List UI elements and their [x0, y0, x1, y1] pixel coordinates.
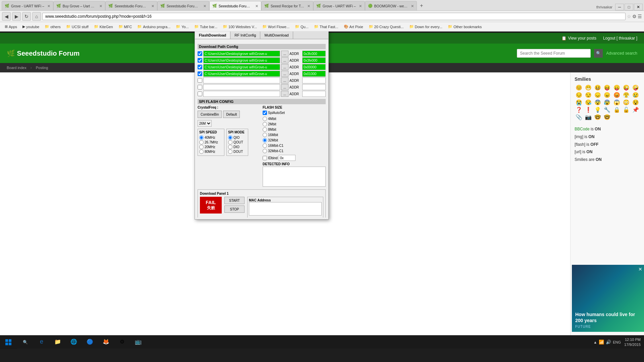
forward-button[interactable]: ▶: [12, 12, 21, 21]
flash-tab-rf[interactable]: RF InitConfig: [230, 32, 260, 39]
addr-input-2[interactable]: [302, 57, 326, 63]
smiley-24[interactable]: 💡: [594, 107, 602, 113]
maximize-button[interactable]: □: [625, 4, 633, 10]
bookmark-down[interactable]: 📁Down for every...: [407, 24, 444, 29]
spi-mode-qio[interactable]: QIO: [228, 135, 247, 140]
bookmark-20crazy[interactable]: 📁20 Crazy Questi...: [367, 24, 406, 29]
addr-input-4[interactable]: [302, 71, 326, 77]
spi-speed-26mhz[interactable]: 26.7MHz: [199, 140, 223, 144]
browser-tab-6[interactable]: 🌿 Seeed Recipe for Te... ✕: [261, 1, 313, 10]
smiley-23[interactable]: ❗: [584, 107, 592, 113]
taskbar-app-chrome[interactable]: 🔵: [82, 336, 98, 349]
browser-tab-2[interactable]: 🌿 Buy Grove – Uart Wi... ✕: [53, 1, 105, 10]
path-input-3[interactable]: [203, 64, 280, 70]
flash-size-16mbit[interactable]: 16Mbit: [263, 133, 326, 137]
taskbar-app-ie[interactable]: e: [34, 336, 50, 349]
smiley-18[interactable]: 😰: [603, 99, 611, 106]
browser-profile[interactable]: thrivaakar: [594, 4, 614, 10]
bookmark-worl[interactable]: 📁Worl Flowe...: [260, 24, 291, 29]
bookmark-star-icon[interactable]: ☆: [627, 14, 631, 19]
idbind-input[interactable]: [279, 155, 296, 161]
smiley-6[interactable]: 😜: [622, 84, 630, 91]
smiley-5[interactable]: 😛: [612, 84, 621, 91]
reload-button[interactable]: ↻: [22, 12, 31, 21]
tab-close-7[interactable]: ✕: [359, 4, 362, 8]
taskbar-app-app2[interactable]: 📺: [130, 336, 146, 349]
smiley-27[interactable]: 🔓: [622, 107, 630, 113]
advanced-search-link[interactable]: Advanced search: [606, 51, 637, 56]
spi-auto-set-checkbox[interactable]: [263, 111, 267, 115]
flash-size-8mbit[interactable]: 8Mbit: [263, 127, 326, 132]
smiley-10[interactable]: 😞: [594, 92, 602, 98]
path-check-5[interactable]: [198, 78, 202, 83]
path-check-7[interactable]: [198, 92, 202, 96]
new-tab-button[interactable]: +: [417, 1, 426, 10]
smiley-20[interactable]: 😳: [622, 99, 630, 106]
flash-tab-download[interactable]: FlashDownload: [195, 32, 230, 39]
bookmark-other[interactable]: 📁Other bookmarks: [446, 24, 484, 29]
flash-size-16mbit-c1[interactable]: 16Mbit-C1: [263, 143, 326, 148]
path-check-4[interactable]: [198, 71, 202, 76]
path-browse-3[interactable]: ...: [281, 64, 288, 70]
smiley-7[interactable]: 🤪: [632, 84, 640, 91]
tab-close-3[interactable]: ✕: [151, 4, 154, 8]
spi-speed-40mhz[interactable]: 40MHz: [199, 135, 223, 140]
path-input-7[interactable]: [203, 91, 280, 97]
bookmark-apps[interactable]: ⊞Apps: [3, 24, 19, 29]
tab-close-2[interactable]: ✕: [99, 4, 102, 8]
smiley-30[interactable]: 📷: [584, 114, 592, 120]
spi-mode-dio[interactable]: DIO: [228, 145, 247, 149]
addr-input-5[interactable]: [302, 77, 326, 83]
bookmark-yo[interactable]: 📁Yo...: [174, 24, 191, 29]
bbcode-link[interactable]: BBCode: [575, 127, 590, 131]
default-button[interactable]: Default: [223, 111, 240, 118]
smiley-17[interactable]: 😨: [594, 99, 602, 106]
taskbar-app-app1[interactable]: ⚙: [114, 336, 130, 349]
taskbar-app-explorer[interactable]: 📁: [50, 336, 66, 349]
tray-chevron[interactable]: ▲: [593, 340, 597, 344]
logout-link[interactable]: Logout [ thivaakar ]: [603, 36, 637, 41]
bookmark-kitegen[interactable]: 📁KiteGen: [92, 24, 115, 29]
address-bar[interactable]: [42, 13, 626, 20]
smiley-16[interactable]: 😪: [584, 99, 592, 106]
fail-button[interactable]: FAIL 失败: [200, 197, 222, 214]
path-input-1[interactable]: [203, 51, 280, 57]
bookmark-tube[interactable]: 📁Tube bar...: [192, 24, 219, 29]
spi-speed-20mhz[interactable]: 20MHz: [199, 145, 223, 149]
stop-button[interactable]: STOP: [224, 205, 245, 213]
settings-icon[interactable]: ⚙: [632, 14, 637, 19]
smiley-11[interactable]: 😠: [603, 92, 611, 98]
bookmark-artpixie[interactable]: 🎨Art Pixie: [342, 24, 365, 29]
smiley-15[interactable]: 😭: [575, 99, 583, 106]
smiley-29[interactable]: 📎: [575, 114, 583, 120]
path-input-4[interactable]: [203, 71, 280, 77]
path-input-5[interactable]: [203, 77, 280, 83]
smiley-26[interactable]: 🔒: [612, 107, 621, 113]
spi-speed-80mhz[interactable]: 80MHz: [199, 149, 223, 154]
browser-tab-5[interactable]: 🌿 Seeedstudio Forum – ✕: [209, 1, 261, 10]
bookmark-qu[interactable]: 📁Qu...: [293, 24, 311, 29]
path-browse-7[interactable]: ...: [281, 91, 288, 97]
path-browse-6[interactable]: ...: [281, 84, 288, 90]
smiley-14[interactable]: 😢: [632, 92, 640, 98]
tab-close-5[interactable]: ✕: [255, 4, 258, 8]
tab-close-6[interactable]: ✕: [307, 4, 310, 8]
spi-mode-dout[interactable]: DOUT: [228, 149, 247, 154]
smiley-13[interactable]: 😤: [622, 92, 630, 98]
tab-close-8[interactable]: ✕: [411, 4, 414, 8]
smiley-22[interactable]: ❓: [575, 107, 583, 113]
detected-info-textarea[interactable]: [263, 167, 326, 187]
close-button[interactable]: ✕: [634, 4, 643, 10]
combine-bin-button[interactable]: CombineBin: [198, 111, 222, 118]
taskbar-app-edge[interactable]: 🌐: [66, 336, 82, 349]
idbind-checkbox[interactable]: [263, 156, 267, 160]
path-browse-5[interactable]: ...: [281, 77, 288, 83]
path-browse-1[interactable]: ...: [281, 51, 288, 57]
crystal-freq-select[interactable]: 26M: [198, 120, 212, 127]
path-input-2[interactable]: [203, 57, 280, 63]
smiley-2[interactable]: 😁: [584, 84, 592, 91]
path-check-6[interactable]: [198, 85, 202, 89]
minimize-button[interactable]: ─: [615, 4, 624, 10]
browser-tab-7[interactable]: 🌿 Grove - UART WiFi – ✕: [313, 1, 365, 10]
bookmark-ucsi[interactable]: 📁UCSI stuff: [64, 24, 91, 29]
